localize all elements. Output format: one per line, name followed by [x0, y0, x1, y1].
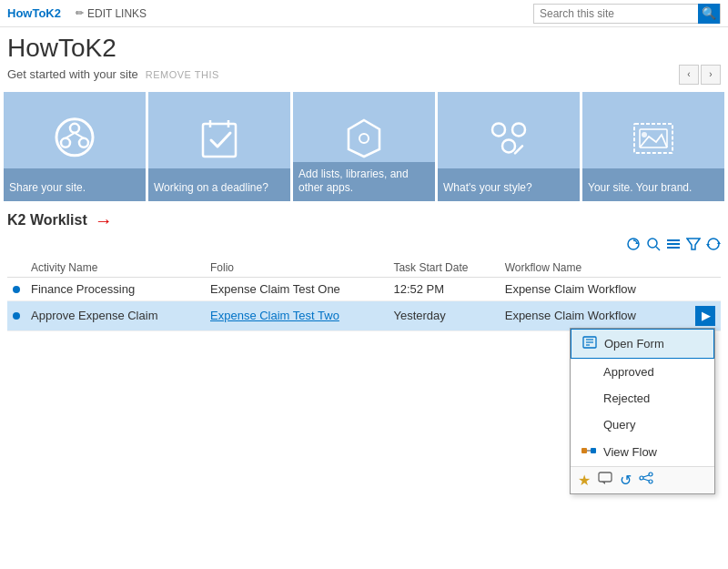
dropdown-bottom-bar: ★ ↺ [571, 466, 714, 493]
svg-point-9 [359, 134, 369, 143]
svg-rect-32 [591, 448, 596, 453]
svg-point-19 [648, 239, 657, 248]
col-dot [7, 259, 25, 278]
dropdown-rejected-label: Rejected [603, 391, 650, 405]
site-logo[interactable]: HowToK2 [7, 6, 61, 20]
dropdown-approved-label: Approved [603, 365, 654, 379]
star-icon[interactable]: ★ [578, 472, 591, 489]
dropdown-view-flow-label: View Flow [603, 445, 657, 459]
tile-apps-icon [345, 117, 383, 167]
nav-arrows: ‹ › [679, 65, 721, 85]
nav-prev-btn[interactable]: ‹ [679, 65, 699, 85]
search-button[interactable]: 🔍 [698, 4, 720, 24]
svg-rect-6 [203, 124, 236, 157]
row-workflow: Expense Claim Workflow [500, 277, 684, 300]
search-input[interactable] [534, 7, 698, 20]
svg-point-11 [512, 123, 525, 136]
tile-deadline-icon [201, 117, 238, 167]
undo-icon[interactable]: ↺ [620, 472, 632, 489]
dropdown-query[interactable]: Query [571, 412, 714, 438]
col-action [684, 259, 721, 278]
dropdown-query-label: Query [603, 418, 635, 432]
worklist-section: K2 Worklist → Activity Name Folio Task S… [0, 205, 728, 335]
tile-brand-icon [632, 122, 674, 163]
svg-point-3 [79, 138, 88, 147]
folio-link[interactable]: Expense Claim Test Two [210, 309, 339, 322]
edit-links-btn[interactable]: ✏ EDIT LINKS [76, 7, 147, 20]
row-action-cell [684, 277, 721, 300]
action-btn[interactable]: ▶ [695, 306, 715, 326]
toolbar-icon-3[interactable] [666, 237, 681, 255]
svg-line-20 [656, 247, 660, 250]
row-start-date: Yesterday [388, 300, 499, 330]
col-workflow: Workflow Name [500, 259, 684, 278]
svg-marker-24 [687, 239, 700, 249]
page-subtitle-row: Get started with your site REMOVE THIS ‹… [7, 65, 721, 85]
share-icon[interactable] [639, 472, 653, 488]
row-dot [7, 300, 25, 330]
svg-rect-31 [581, 448, 587, 453]
row-folio: Expense Claim Test One [205, 277, 388, 300]
worklist-title-row: K2 Worklist → [7, 210, 721, 231]
page-title: HowToK2 [7, 35, 721, 63]
svg-point-2 [61, 138, 70, 147]
row-activity: Approve Expense Claim [25, 300, 205, 330]
worklist-toolbar [7, 237, 721, 255]
col-folio: Folio [205, 259, 388, 278]
tile-deadline-label: Working on a deadline? [148, 168, 290, 201]
action-dropdown-wrapper[interactable]: ▶ Open Form [695, 306, 715, 326]
tile-deadline[interactable]: Working on a deadline? [148, 92, 290, 201]
tile-row: Share your site. Working on a deadline? … [0, 88, 728, 205]
svg-line-13 [515, 146, 522, 153]
svg-point-36 [649, 472, 652, 476]
col-activity: Activity Name [25, 259, 205, 278]
toolbar-icon-4[interactable] [686, 237, 701, 255]
top-nav: HowToK2 ✏ EDIT LINKS 🔍 [0, 0, 728, 27]
table-row: Approve Expense Claim Expense Claim Test… [7, 300, 721, 330]
tile-share[interactable]: Share your site. [4, 92, 146, 201]
tile-apps-label: Add lists, libraries, and other apps. [293, 162, 435, 201]
worklist-title: K2 Worklist [7, 212, 87, 229]
toolbar-icon-5[interactable] [706, 237, 721, 255]
row-dot [7, 277, 25, 300]
page-header: HowToK2 Get started with your site REMOV… [0, 27, 728, 88]
tile-share-icon [53, 116, 96, 168]
nav-next-btn[interactable]: › [701, 65, 721, 85]
dropdown-menu: Open Form Approved Rejected [570, 328, 715, 494]
table-row: Finance Processing Expense Claim Test On… [7, 277, 721, 300]
tile-brand[interactable]: Your site. Your brand. [582, 92, 724, 201]
search-bar: 🔍 [533, 4, 721, 24]
svg-rect-22 [667, 243, 680, 245]
comment-icon[interactable] [598, 472, 612, 488]
svg-point-37 [649, 480, 652, 483]
pencil-icon: ✏ [76, 7, 84, 19]
tile-apps[interactable]: Add lists, libraries, and other apps. [293, 92, 435, 201]
row-folio: Expense Claim Test Two [205, 300, 388, 330]
svg-marker-26 [706, 244, 710, 247]
tile-share-label: Share your site. [4, 168, 146, 201]
svg-marker-25 [717, 241, 721, 244]
row-action-cell[interactable]: ▶ Open Form [684, 300, 721, 330]
dropdown-view-flow[interactable]: View Flow [571, 438, 714, 466]
blue-dot [13, 286, 20, 293]
page-subtitle: Get started with your site [7, 67, 138, 81]
worklist-table: Activity Name Folio Task Start Date Work… [7, 259, 721, 331]
open-form-icon [582, 336, 597, 351]
remove-this-btn[interactable]: REMOVE THIS [146, 69, 219, 80]
svg-line-39 [643, 475, 649, 477]
row-activity: Finance Processing [25, 277, 205, 300]
svg-rect-34 [599, 472, 612, 482]
svg-point-1 [70, 124, 79, 133]
row-start-date: 12:52 PM [388, 277, 499, 300]
toolbar-icon-2[interactable] [646, 237, 661, 255]
svg-rect-23 [667, 247, 680, 249]
col-start: Task Start Date [388, 259, 499, 278]
tile-style[interactable]: What's your style? [438, 92, 580, 201]
dropdown-rejected[interactable]: Rejected [571, 385, 714, 412]
dropdown-approved[interactable]: Approved [571, 359, 714, 385]
svg-line-4 [66, 133, 75, 138]
toolbar-icon-1[interactable] [626, 237, 641, 255]
svg-point-38 [640, 476, 643, 480]
svg-line-40 [643, 479, 649, 481]
dropdown-open-form[interactable]: Open Form [571, 329, 714, 359]
